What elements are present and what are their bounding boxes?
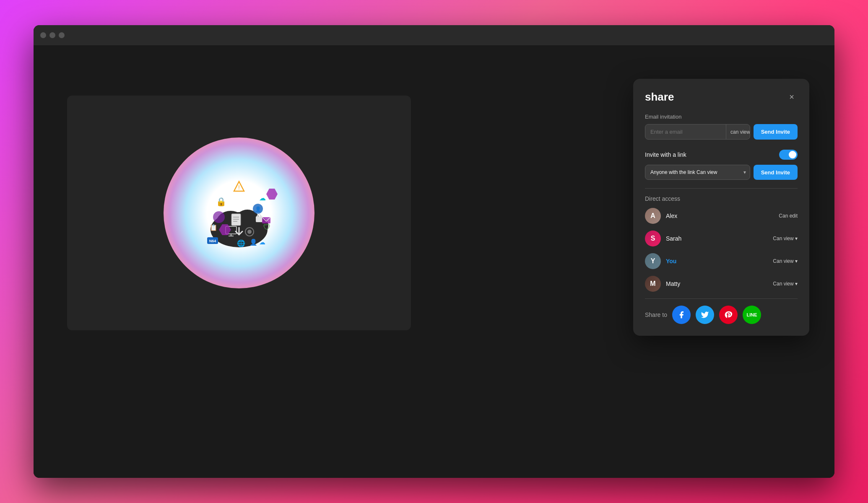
user-row-alex: A Alex Can edit — [645, 208, 798, 224]
perm-alex: Can edit — [779, 213, 798, 219]
share-panel: share × Email invitation can view ▾ Send… — [633, 79, 809, 336]
image-panel: ! 🔒 👤 🛡 ☁ 📋 🌐 — [67, 96, 411, 330]
svg-point-25 — [213, 211, 225, 223]
traffic-light-maximize[interactable] — [59, 32, 65, 38]
direct-access-label: Direct access — [645, 195, 798, 202]
twitter-share-button[interactable] — [696, 306, 714, 324]
share-header: share × — [645, 91, 798, 104]
avatar-you: Y — [645, 253, 661, 269]
can-view-dropdown[interactable]: can view ▾ — [726, 124, 750, 139]
divider-2 — [645, 298, 798, 299]
svg-text:☁: ☁ — [259, 194, 266, 202]
line-label: LINE — [746, 312, 757, 317]
svg-text:N64: N64 — [209, 239, 216, 243]
share-title: share — [645, 91, 674, 104]
svg-text:🛡: 🛡 — [263, 223, 271, 231]
svg-marker-29 — [266, 189, 278, 200]
window-content: ! 🔒 👤 🛡 ☁ 📋 🌐 — [34, 45, 834, 478]
link-row: Anyone with the link Can view Anyone wit… — [645, 165, 798, 180]
send-invite-link-button[interactable]: Send Invite — [754, 165, 798, 180]
send-invite-email-button[interactable]: Send Invite — [754, 124, 798, 140]
invite-link-row: Invite with a link — [645, 150, 798, 160]
facebook-share-button[interactable] — [672, 306, 691, 324]
perm-sarah[interactable]: Can view ▾ — [773, 236, 798, 241]
svg-text:👤: 👤 — [249, 239, 257, 246]
email-input[interactable] — [645, 124, 726, 139]
user-row-matty: M Matty Can view ▾ — [645, 276, 798, 292]
svg-text:🔒: 🔒 — [216, 197, 226, 207]
cloud-illustration: ! 🔒 👤 🛡 ☁ 📋 🌐 — [164, 137, 314, 288]
user-name-matty: Matty — [666, 280, 768, 287]
email-section-label: Email invitation — [645, 114, 798, 120]
share-to-row: Share to LINE — [645, 306, 798, 324]
user-row-you: Y You Can view ▾ — [645, 253, 798, 269]
traffic-light-minimize[interactable] — [49, 32, 55, 38]
svg-text:☁: ☁ — [259, 239, 265, 246]
perm-matty[interactable]: Can view ▾ — [773, 281, 798, 287]
divider-1 — [645, 188, 798, 189]
email-row: can view ▾ Send Invite — [645, 124, 798, 140]
share-to-label: Share to — [645, 311, 667, 318]
user-name-you: You — [666, 258, 768, 264]
svg-text:👤: 👤 — [255, 206, 261, 212]
svg-text:🌐: 🌐 — [237, 239, 245, 247]
email-input-wrap: can view ▾ — [645, 124, 750, 140]
perm-you[interactable]: Can view ▾ — [773, 258, 798, 264]
user-row-sarah: S Sarah Can view ▾ — [645, 231, 798, 246]
avatar-matty: M — [645, 276, 661, 292]
cloud-svg: ! 🔒 👤 🛡 ☁ 📋 🌐 — [197, 175, 281, 251]
avatar-sarah: S — [645, 231, 661, 246]
user-name-alex: Alex — [666, 213, 774, 219]
invite-link-toggle[interactable] — [779, 150, 798, 160]
pinterest-share-button[interactable] — [719, 306, 738, 324]
link-select-wrap: Anyone with the link Can view Anyone wit… — [645, 165, 750, 180]
svg-text:!: ! — [238, 184, 240, 191]
user-name-sarah: Sarah — [666, 235, 768, 242]
line-share-button[interactable]: LINE — [743, 306, 761, 324]
pinterest-icon — [724, 311, 733, 319]
svg-point-11 — [247, 230, 252, 234]
invite-link-label: Invite with a link — [645, 151, 686, 158]
facebook-icon — [677, 311, 686, 319]
title-bar — [34, 25, 834, 45]
close-button[interactable]: × — [786, 91, 798, 103]
link-permission-select[interactable]: Anyone with the link Can view Anyone wit… — [645, 165, 750, 180]
avatar-alex: A — [645, 208, 661, 224]
svg-text:📋: 📋 — [210, 224, 218, 231]
svg-rect-12 — [256, 216, 262, 222]
app-window: ! 🔒 👤 🛡 ☁ 📋 🌐 — [34, 25, 834, 478]
traffic-light-close[interactable] — [40, 32, 46, 38]
twitter-icon — [701, 311, 709, 319]
svg-rect-4 — [231, 214, 241, 226]
